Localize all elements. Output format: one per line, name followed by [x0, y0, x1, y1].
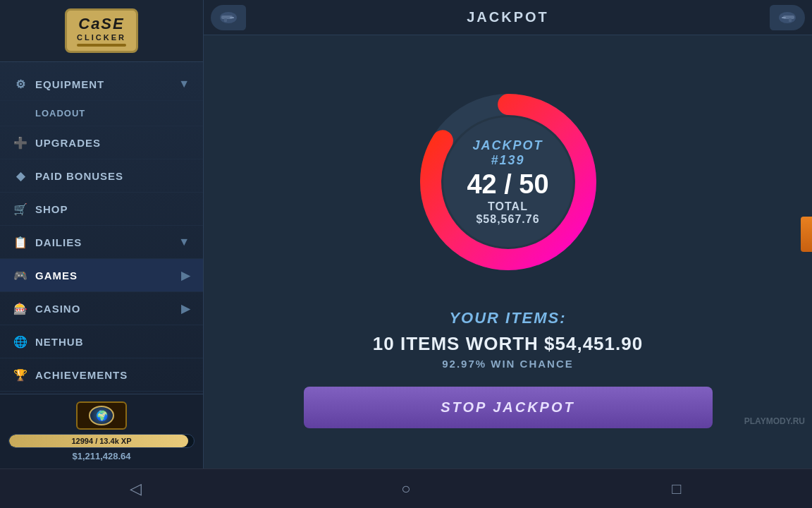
home-button[interactable]: ○ — [385, 475, 427, 503]
badge-image: 🌍 — [76, 401, 127, 430]
pistol-left-icon — [219, 11, 238, 25]
page-title: Jackpot — [467, 9, 549, 25]
games-arrow: ▶ — [181, 269, 190, 282]
dailies-label: Dailies — [35, 236, 82, 248]
games-label: Games — [35, 270, 78, 282]
sidebar: CaSE CLICKER ⚙ Equipment ▼ Loadout ➕ Upg… — [0, 0, 204, 468]
sidebar-item-casino[interactable]: 🎰 Casino ▶ — [0, 292, 203, 325]
jackpot-content: Jackpot #139 42 / 50 Total $58,567.76 Yo… — [204, 35, 812, 468]
back-button[interactable]: ◁ — [114, 475, 156, 503]
logo-box: CaSE CLICKER — [65, 8, 138, 53]
equipment-label: Equipment — [35, 78, 104, 90]
sidebar-item-paid-bonuses[interactable]: ◆ Paid Bonuses — [0, 159, 203, 193]
your-items-section: Your items: 10 items worth $54,451.90 92… — [373, 309, 643, 370]
balance-display: $1,211,428.64 — [8, 451, 195, 461]
logo-bar — [77, 44, 126, 47]
xp-bar-container: 12994 / 13.4k XP — [8, 434, 195, 448]
equipment-arrow: ▼ — [178, 78, 190, 90]
jackpot-progress: 42 / 50 — [455, 171, 561, 198]
casino-icon: 🎰 — [13, 301, 28, 316]
sidebar-item-achievements[interactable]: 🏆 Achievements — [0, 358, 203, 392]
sidebar-item-upgrades[interactable]: ➕ Upgrades — [0, 126, 203, 159]
paid-bonuses-icon: ◆ — [13, 168, 28, 183]
nethub-icon: 🌐 — [13, 334, 28, 349]
logo-case-text: CaSE — [77, 15, 126, 33]
nethub-label: NetHub — [35, 336, 84, 348]
svg-rect-2 — [230, 17, 234, 18]
equipment-icon: ⚙ — [13, 76, 28, 92]
jackpot-total: Total $58,567.76 — [455, 200, 561, 226]
paid-bonuses-label: Paid Bonuses — [35, 170, 123, 182]
upgrades-label: Upgrades — [35, 137, 101, 149]
back-icon: ◁ — [130, 480, 142, 498]
loadout-label: Loadout — [35, 108, 85, 119]
xp-label: 12994 / 13.4k XP — [71, 437, 131, 445]
top-bar-nav-left[interactable] — [211, 5, 246, 30]
svg-rect-3 — [224, 18, 227, 22]
shop-icon: 🛒 — [13, 201, 28, 217]
achievements-label: Achievements — [35, 369, 128, 381]
donut-container: Jackpot #139 42 / 50 Total $58,567.76 — [402, 76, 614, 288]
top-bar-nav-right[interactable] — [770, 5, 805, 30]
watermark: PLAYMODY.RU — [744, 416, 805, 426]
items-worth: 10 items worth $54,451.90 — [373, 333, 643, 355]
sidebar-item-games[interactable]: 🎮 Games ▶ — [0, 259, 203, 292]
sidebar-item-dailies[interactable]: 📋 Dailies ▼ — [0, 226, 203, 259]
donut-center-text: Jackpot #139 42 / 50 Total $58,567.76 — [455, 138, 561, 226]
achievements-icon: 🏆 — [13, 367, 28, 382]
main-layout: CaSE CLICKER ⚙ Equipment ▼ Loadout ➕ Upg… — [0, 0, 812, 468]
casino-label: Casino — [35, 303, 80, 315]
your-items-title: Your items: — [373, 309, 643, 327]
dailies-icon: 📋 — [13, 234, 28, 250]
sidebar-item-shop[interactable]: 🛒 Shop — [0, 193, 203, 226]
jackpot-number: Jackpot #139 — [455, 138, 561, 168]
side-orange-button[interactable] — [801, 217, 812, 252]
xp-area: 🌍 12994 / 13.4k XP $1,211,428.64 — [0, 394, 203, 468]
dailies-arrow: ▼ — [178, 236, 190, 248]
main-content: Jackpot — [204, 0, 812, 468]
sidebar-item-nethub[interactable]: 🌐 NetHub — [0, 325, 203, 358]
stop-jackpot-button[interactable]: Stop jackpot — [304, 387, 713, 428]
svg-rect-6 — [782, 17, 786, 18]
shop-label: Shop — [35, 203, 68, 215]
casino-arrow: ▶ — [181, 302, 190, 315]
nav-items: ⚙ Equipment ▼ Loadout ➕ Upgrades ◆ Paid … — [0, 62, 203, 394]
logo-area: CaSE CLICKER — [0, 0, 203, 62]
games-icon: 🎮 — [13, 267, 28, 283]
upgrades-icon: ➕ — [13, 135, 28, 150]
sidebar-item-loadout[interactable]: Loadout — [0, 101, 203, 126]
home-icon: ○ — [401, 480, 410, 498]
sidebar-item-equipment[interactable]: ⚙ Equipment ▼ — [0, 68, 203, 101]
badge-inner: 🌍 — [89, 406, 114, 425]
bottom-nav: ◁ ○ □ — [0, 468, 812, 508]
logo-clicker-text: CLICKER — [77, 33, 126, 42]
pistol-right-icon — [777, 11, 797, 25]
recent-apps-button[interactable]: □ — [656, 475, 698, 503]
win-chance: 92.97% win chance — [373, 358, 643, 370]
top-bar: Jackpot — [204, 0, 812, 35]
recent-icon: □ — [672, 480, 681, 498]
svg-rect-7 — [789, 18, 792, 22]
avatar-badge: 🌍 — [8, 401, 195, 430]
